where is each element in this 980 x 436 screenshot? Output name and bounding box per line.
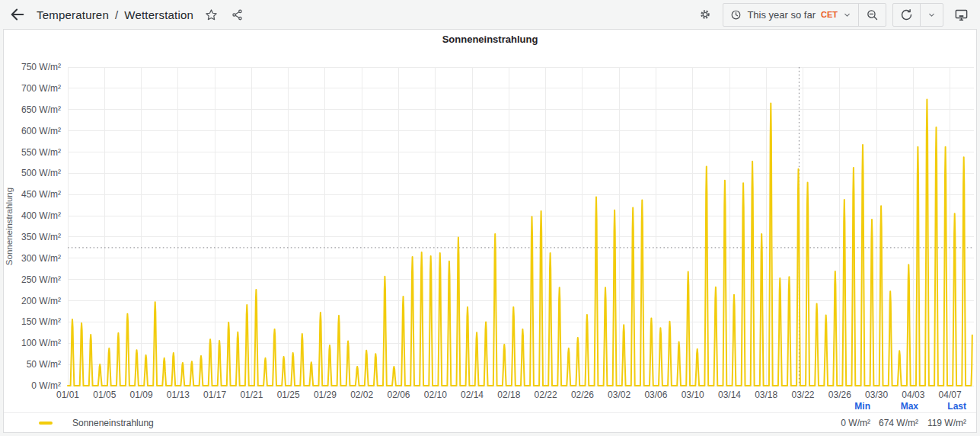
svg-text:04/07: 04/07 <box>939 390 962 399</box>
svg-text:600 W/m²: 600 W/m² <box>21 126 61 136</box>
legend-stat-last-header[interactable]: Last <box>918 401 966 412</box>
refresh-icon <box>900 8 913 21</box>
svg-text:01/21: 01/21 <box>240 390 263 399</box>
svg-text:100 W/m²: 100 W/m² <box>21 338 61 349</box>
legend-stat-max-header[interactable]: Max <box>870 401 918 412</box>
time-range-label: This year so far <box>747 9 816 21</box>
star-icon <box>205 8 218 21</box>
legend-stat-min-value: 0 W/m² <box>822 418 870 428</box>
series-color-swatch <box>39 422 53 425</box>
svg-text:02/06: 02/06 <box>387 390 410 399</box>
svg-text:Sonneneinstrahlung: Sonneneinstrahlung <box>5 188 14 265</box>
legend-stat-last-value: 119 W/m² <box>918 418 966 428</box>
svg-text:650 W/m²: 650 W/m² <box>21 104 61 115</box>
breadcrumb-folder[interactable]: Temperaturen <box>37 8 109 21</box>
svg-text:01/29: 01/29 <box>314 390 337 399</box>
panel-title: Sonneneinstrahlung <box>442 34 538 45</box>
legend-series-row: Sonneneinstrahlung 0 W/m² 674 W/m² 119 W… <box>4 412 976 432</box>
svg-text:02/14: 02/14 <box>461 390 484 399</box>
breadcrumb-dashboard[interactable]: Wetterstation <box>124 8 193 21</box>
svg-text:02/10: 02/10 <box>424 390 447 399</box>
legend: Min Max Last Sonneneinstrahlung 0 W/m² 6… <box>4 399 976 432</box>
svg-text:700 W/m²: 700 W/m² <box>21 83 61 94</box>
svg-text:500 W/m²: 500 W/m² <box>21 168 61 179</box>
clock-icon <box>730 9 742 21</box>
svg-text:02/26: 02/26 <box>571 390 594 399</box>
svg-text:400 W/m²: 400 W/m² <box>21 210 61 221</box>
time-range-picker[interactable]: This year so far CET <box>723 4 858 26</box>
svg-text:01/13: 01/13 <box>167 390 190 399</box>
kiosk-mode-button[interactable] <box>950 3 972 26</box>
svg-text:150 W/m²: 150 W/m² <box>21 317 61 328</box>
panel-sonneneinstrahlung: Sonneneinstrahlung 0 W/m²50 W/m²100 W/m²… <box>3 29 977 433</box>
svg-text:02/02: 02/02 <box>350 390 373 399</box>
svg-text:01/01: 01/01 <box>56 390 79 399</box>
svg-text:02/18: 02/18 <box>497 390 520 399</box>
svg-text:01/25: 01/25 <box>277 390 300 399</box>
svg-text:50 W/m²: 50 W/m² <box>27 359 61 370</box>
panel-header[interactable]: Sonneneinstrahlung <box>4 30 976 49</box>
svg-text:750 W/m²: 750 W/m² <box>21 62 61 72</box>
legend-stat-max-value: 674 W/m² <box>870 418 918 428</box>
arrow-left-icon <box>9 6 26 23</box>
dashboard-toolbar: This year so far CET <box>694 3 972 27</box>
legend-stat-min-header[interactable]: Min <box>822 401 870 412</box>
magnifier-minus-icon <box>866 8 879 21</box>
top-navigation: Temperaturen / Wetterstation <box>0 0 980 29</box>
refresh-interval-dropdown[interactable] <box>920 4 943 26</box>
svg-text:200 W/m²: 200 W/m² <box>21 296 61 306</box>
back-button[interactable] <box>6 3 29 26</box>
svg-text:250 W/m²: 250 W/m² <box>21 274 61 285</box>
svg-text:450 W/m²: 450 W/m² <box>21 189 61 200</box>
svg-text:03/18: 03/18 <box>755 390 777 399</box>
svg-text:04/03: 04/03 <box>902 390 924 399</box>
svg-text:01/09: 01/09 <box>130 390 153 399</box>
share-button[interactable] <box>225 3 248 26</box>
svg-text:01/17: 01/17 <box>203 390 226 399</box>
svg-text:03/06: 03/06 <box>644 390 667 399</box>
chevron-down-icon <box>927 11 936 19</box>
svg-text:300 W/m²: 300 W/m² <box>21 253 61 264</box>
chevron-down-icon <box>843 11 851 19</box>
svg-text:03/10: 03/10 <box>682 390 704 399</box>
svg-text:350 W/m²: 350 W/m² <box>21 232 61 242</box>
svg-text:03/26: 03/26 <box>828 390 851 399</box>
gear-icon <box>698 8 712 21</box>
time-picker-group: This year so far CET <box>723 3 886 27</box>
chart-area: 0 W/m²50 W/m²100 W/m²150 W/m²200 W/m²250… <box>4 49 976 399</box>
legend-series-label[interactable]: Sonneneinstrahlung <box>72 418 154 428</box>
breadcrumb-separator: / <box>115 8 118 21</box>
svg-text:02/22: 02/22 <box>535 390 557 399</box>
svg-text:01/05: 01/05 <box>93 390 116 399</box>
refresh-button[interactable] <box>893 4 920 26</box>
zoom-out-button[interactable] <box>858 4 886 26</box>
refresh-group <box>892 3 943 27</box>
dashboard-settings-button[interactable] <box>694 3 717 26</box>
time-series-chart[interactable]: 0 W/m²50 W/m²100 W/m²150 W/m²200 W/m²250… <box>4 49 976 399</box>
share-icon <box>231 8 244 21</box>
breadcrumb: Temperaturen / Wetterstation <box>37 8 193 21</box>
svg-text:03/14: 03/14 <box>718 390 741 399</box>
favorite-button[interactable] <box>200 3 222 26</box>
legend-stats-header: Min Max Last <box>4 399 976 412</box>
timezone-label: CET <box>821 10 838 19</box>
svg-text:03/30: 03/30 <box>865 390 888 399</box>
svg-text:03/22: 03/22 <box>791 390 814 399</box>
monitor-icon <box>954 8 969 22</box>
svg-text:550 W/m²: 550 W/m² <box>21 147 61 158</box>
svg-text:03/02: 03/02 <box>608 390 630 399</box>
